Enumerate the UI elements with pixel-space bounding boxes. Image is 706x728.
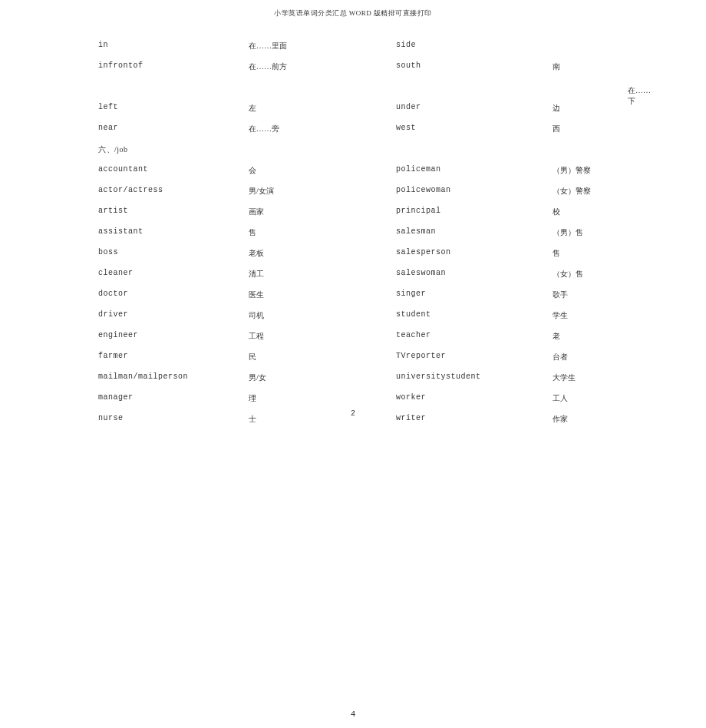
vocab-row: manager理worker工人: [98, 390, 652, 411]
english-word-1: mailman/mailperson: [98, 372, 249, 381]
page-number-4: 4: [0, 710, 706, 719]
under-line1: 在……下: [628, 85, 652, 107]
vocab-row: infrontof在……前方south南: [98, 58, 652, 79]
content-area: in在……里面sideinfrontof在……前方south南left左unde…: [98, 38, 652, 432]
chinese-translation-1: 老板: [249, 248, 396, 259]
chinese-translation-1: 理: [249, 393, 396, 404]
english-word-1: accountant: [98, 165, 249, 174]
document-header: 小学英语单词分类汇总 WORD 版精排可直接打印: [0, 0, 706, 18]
vocab-row: doctor医生singer歌手: [98, 286, 652, 307]
vocab-row: cleaner清工saleswoman（女）售: [98, 266, 652, 286]
vocab-row: [98, 79, 652, 100]
english-word-1: infrontof: [98, 61, 249, 70]
english-word-2: worker: [396, 393, 553, 402]
english-word-1: 六、/job: [98, 144, 249, 155]
english-word-1: driver: [98, 310, 249, 319]
english-word-1: farmer: [98, 352, 249, 360]
chinese-translation-2: 西: [553, 124, 560, 134]
vocab-row: actor/actress男/女演policewoman（女）警察: [98, 183, 652, 204]
english-word-2: TVreporter: [396, 352, 553, 360]
header-text: 小学英语单词分类汇总 WORD 版精排可直接打印: [274, 9, 432, 17]
chinese-translation-1: 在……前方: [249, 61, 396, 72]
chinese-translation-1: 工程: [249, 331, 396, 342]
chinese-translation-2: 南: [553, 61, 560, 72]
english-word-2: teacher: [396, 331, 553, 339]
english-word-2: singer: [396, 290, 553, 298]
chinese-translation-1: 男/女演: [249, 186, 396, 197]
chinese-translation-1: 在……旁: [249, 124, 396, 134]
english-word-2: salesman: [396, 227, 553, 236]
chinese-translation-1: 左: [249, 103, 396, 114]
vocab-row: driver司机student学生: [98, 307, 652, 328]
english-word-1: doctor: [98, 290, 249, 298]
chinese-translation-2: （男）售: [553, 227, 583, 238]
english-word-2: universitystudent: [396, 372, 553, 381]
chinese-translation-2: 学生: [553, 310, 568, 321]
chinese-translation-2: 校: [553, 207, 560, 217]
english-word-1: boss: [98, 248, 249, 256]
chinese-translation-1: 司机: [249, 310, 396, 321]
vocab-row: mailman/mailperson男/女universitystudent大学…: [98, 369, 652, 390]
english-word-2: saleswoman: [396, 269, 553, 277]
chinese-translation-1: 民: [249, 352, 396, 362]
english-word-1: engineer: [98, 331, 249, 339]
chinese-translation-2: 台者: [553, 352, 568, 362]
vocab-row: left左under边: [98, 100, 652, 121]
english-word-1: actor/actress: [98, 186, 249, 194]
vocab-row: in在……里面side: [98, 38, 652, 58]
vocab-row: farmer民TVreporter台者: [98, 349, 652, 369]
chinese-translation-2: 老: [553, 331, 560, 342]
chinese-translation-1: 在……里面: [249, 41, 396, 51]
english-word-1: assistant: [98, 227, 249, 236]
chinese-translation-2: （女）警察: [553, 186, 591, 197]
chinese-translation-2: 歌手: [553, 290, 568, 300]
vocab-row: artist画家principal校: [98, 204, 652, 224]
vocab-row: accountant会policeman（男）警察: [98, 162, 652, 183]
english-word-1: near: [98, 124, 249, 132]
vocab-row: engineer工程teacher老: [98, 328, 652, 349]
chinese-translation-1: 清工: [249, 269, 396, 280]
chinese-translation-1: 画家: [249, 207, 396, 217]
vocab-row: near在……旁west西: [98, 121, 652, 141]
chinese-translation-2: 大学生: [553, 372, 576, 383]
vocab-row: 六、/job: [98, 141, 652, 162]
english-word-2: principal: [396, 207, 553, 215]
english-word-2: policewoman: [396, 186, 553, 194]
english-word-2: west: [396, 124, 553, 132]
chinese-translation-2: 边: [553, 103, 560, 114]
chinese-translation-1: 会: [249, 165, 396, 176]
chinese-translation-1: 男/女: [249, 372, 396, 383]
vocab-row: boss老板salesperson售: [98, 245, 652, 266]
english-word-1: cleaner: [98, 269, 249, 277]
english-word-2: salesperson: [396, 248, 553, 256]
english-word-2: policeman: [396, 165, 553, 174]
english-word-2: south: [396, 61, 553, 70]
chinese-translation-2: 工人: [553, 393, 568, 404]
english-word-1: artist: [98, 207, 249, 215]
chinese-translation-2: （男）警察: [553, 165, 591, 176]
vocab-row: assistant售salesman（男）售: [98, 224, 652, 245]
english-word-2: student: [396, 310, 553, 319]
english-word-2: side: [396, 41, 553, 49]
english-word-1: in: [98, 41, 249, 49]
english-word-1: left: [98, 103, 249, 111]
chinese-translation-1: 售: [249, 227, 396, 238]
chinese-translation-2: （女）售: [553, 269, 583, 280]
chinese-translation-2: 售: [553, 248, 560, 259]
english-word-1: manager: [98, 393, 249, 402]
chinese-translation-1: 医生: [249, 290, 396, 300]
english-word-2: under: [396, 103, 553, 111]
under-translation: 在……下: [628, 85, 652, 107]
page-number-2: 2: [0, 409, 706, 418]
